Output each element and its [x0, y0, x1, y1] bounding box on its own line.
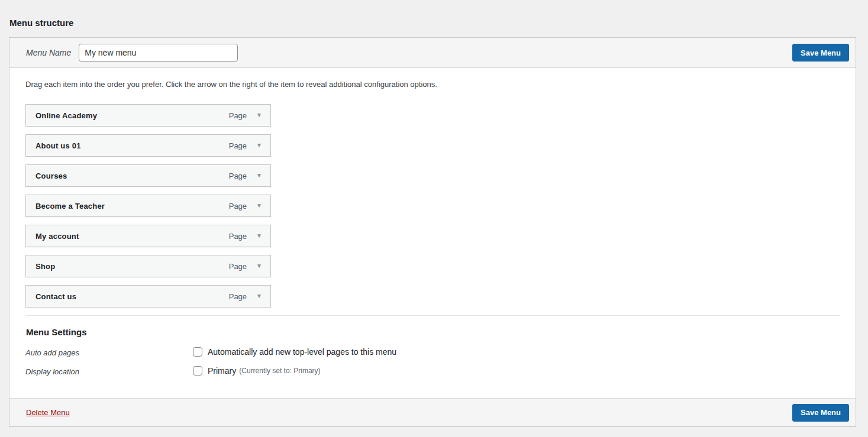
- display-location-control: Primary (Currently set to: Primary): [193, 366, 321, 376]
- menu-item-title: Online Academy: [36, 111, 229, 120]
- menu-item-handle[interactable]: Shop Page ▼: [25, 255, 271, 277]
- menus-admin-page: Menu structure Menu Name Save Menu Drag …: [0, 0, 868, 427]
- menu-item-type: Page: [229, 171, 247, 180]
- auto-add-pages-checkbox[interactable]: [193, 347, 202, 357]
- menu-item-title: Courses: [36, 171, 229, 180]
- display-location-primary-checkbox[interactable]: [193, 366, 202, 376]
- auto-add-pages-checkbox-label: Automatically add new top-level pages to…: [208, 347, 396, 357]
- menu-item-type: Page: [229, 141, 247, 150]
- menu-name-input[interactable]: [79, 44, 238, 61]
- menu-item-handle[interactable]: My account Page ▼: [25, 225, 271, 247]
- menu-item-handle[interactable]: Contact us Page ▼: [25, 285, 271, 307]
- auto-add-pages-row: Auto add pages Automatically add new top…: [25, 347, 840, 357]
- chevron-down-icon[interactable]: ▼: [256, 112, 262, 118]
- menu-item-handle[interactable]: Courses Page ▼: [25, 164, 271, 187]
- save-menu-button-top[interactable]: Save Menu: [792, 44, 849, 61]
- auto-add-pages-label: Auto add pages: [25, 347, 193, 357]
- chevron-down-icon[interactable]: ▼: [256, 143, 262, 148]
- display-location-label: Display location: [25, 366, 193, 376]
- current-location-note: (Currently set to: Primary): [239, 367, 320, 375]
- menu-edit-panel: Menu Name Save Menu Drag each item into …: [9, 37, 856, 427]
- menu-item-type: Page: [229, 262, 247, 271]
- auto-add-pages-control: Automatically add new top-level pages to…: [193, 347, 396, 357]
- menu-item-type: Page: [229, 232, 247, 241]
- page-title: Menu structure: [9, 18, 868, 28]
- drag-instructions: Drag each item into the order you prefer…: [25, 68, 840, 104]
- display-location-row: Display location Primary (Currently set …: [25, 366, 840, 376]
- menu-item-title: My account: [36, 232, 229, 241]
- chevron-down-icon[interactable]: ▼: [256, 173, 262, 179]
- chevron-down-icon[interactable]: ▼: [256, 233, 262, 239]
- menu-item-title: Contact us: [36, 292, 229, 301]
- menu-name-bar: Menu Name Save Menu: [9, 38, 856, 68]
- menu-items-list: Online Academy Page ▼ About us 01 Page ▼…: [25, 104, 840, 307]
- chevron-down-icon[interactable]: ▼: [256, 263, 262, 269]
- menu-item-title: Shop: [36, 262, 229, 271]
- chevron-down-icon[interactable]: ▼: [256, 203, 262, 209]
- save-menu-button-bottom[interactable]: Save Menu: [792, 404, 849, 422]
- menu-item-handle[interactable]: Become a Teacher Page ▼: [25, 195, 271, 217]
- menu-item-title: About us 01: [36, 141, 229, 150]
- menu-item-title: Become a Teacher: [36, 202, 229, 211]
- menu-name-label: Menu Name: [26, 48, 71, 57]
- menu-item-handle[interactable]: About us 01 Page ▼: [25, 134, 271, 157]
- menu-settings-heading: Menu Settings: [25, 316, 840, 347]
- display-location-primary-label: Primary: [208, 366, 236, 376]
- menu-item-type: Page: [229, 202, 247, 211]
- menu-edit-body: Drag each item into the order you prefer…: [9, 68, 856, 398]
- menu-item-type: Page: [229, 292, 247, 301]
- chevron-down-icon[interactable]: ▼: [256, 293, 262, 299]
- menu-item-type: Page: [229, 111, 247, 120]
- delete-menu-link[interactable]: Delete Menu: [26, 408, 70, 417]
- footer-actions-bar: Delete Menu Save Menu: [9, 398, 856, 426]
- menu-item-handle[interactable]: Online Academy Page ▼: [25, 104, 271, 127]
